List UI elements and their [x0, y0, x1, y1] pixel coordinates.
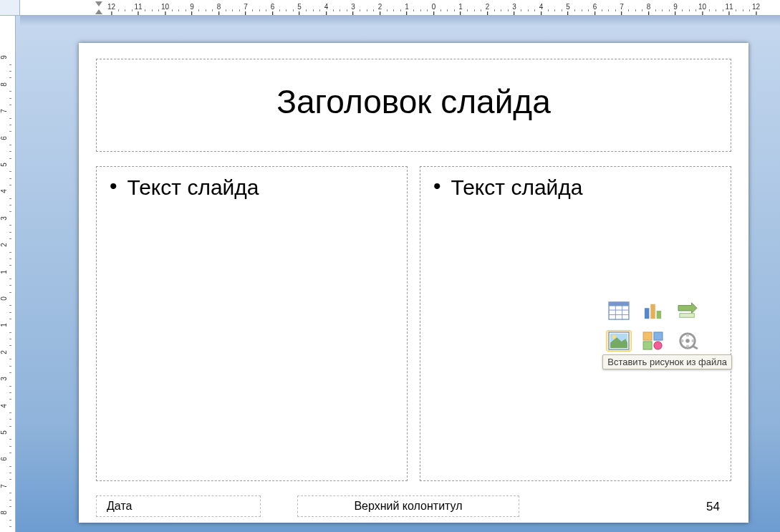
ruler-h-minor — [582, 9, 582, 11]
ruler-v-minor — [9, 339, 11, 339]
ruler-h-major: 6 — [593, 3, 597, 15]
ruler-h-major: 3 — [351, 3, 355, 15]
ruler-v-minor — [9, 526, 11, 527]
ruler-v-minor — [9, 366, 11, 367]
ruler-v-minor — [9, 265, 11, 266]
ruler-v-minor — [9, 98, 11, 99]
insert-chart-button[interactable] — [640, 300, 666, 321]
ruler-h-major: 5 — [297, 3, 302, 15]
horizontal-ruler[interactable]: 1211109876543210123456789101112 — [20, 0, 780, 16]
ruler-v-minor — [9, 312, 11, 313]
ruler-h-minor — [212, 9, 213, 11]
ruler-v-major: 3 — [2, 375, 6, 383]
tooltip-text: Вставить рисунок из файла — [607, 357, 727, 367]
ruler-h-minor — [266, 9, 266, 11]
bullet-item[interactable]: • Текст слайда — [97, 167, 407, 208]
title-placeholder[interactable]: Заголовок слайда — [96, 59, 731, 152]
picture-icon — [608, 332, 630, 350]
footer-date-placeholder[interactable]: Дата — [96, 495, 261, 517]
content-placeholder-right[interactable]: • Текст слайда — [420, 166, 731, 481]
table-icon — [608, 301, 630, 320]
ruler-v-minor — [9, 118, 11, 119]
ruler-h-minor — [340, 9, 340, 11]
ruler-h-minor — [252, 9, 253, 11]
ruler-v-minor — [9, 279, 11, 279]
ruler-h-minor — [642, 9, 642, 11]
indent-marker-top-icon[interactable] — [95, 1, 102, 6]
ruler-v-minor — [9, 158, 11, 159]
ruler-h-minor — [662, 9, 663, 11]
svg-rect-15 — [643, 332, 652, 340]
ruler-h-minor — [689, 9, 690, 11]
bullet-text[interactable]: Текст слайда — [127, 175, 259, 200]
ruler-h-major: 12 — [752, 3, 760, 15]
ruler-h-minor — [232, 9, 233, 11]
ruler-h-minor — [400, 9, 401, 11]
ruler-v-minor — [9, 131, 11, 132]
indent-marker-bottom-icon[interactable] — [95, 9, 102, 14]
bullet-text[interactable]: Текст слайда — [451, 175, 583, 200]
ruler-v-minor — [9, 77, 11, 78]
insert-media-button[interactable] — [675, 330, 700, 352]
ruler-h-minor — [158, 9, 159, 11]
insert-picture-tooltip: Вставить рисунок из файла — [602, 354, 732, 369]
ruler-v-major: 5 — [2, 161, 6, 169]
ruler-h-major: 7 — [244, 3, 248, 15]
ruler-h-major: 12 — [107, 3, 115, 15]
content-placeholder-left[interactable]: • Текст слайда — [96, 166, 408, 481]
ruler-h-major: 9 — [673, 3, 678, 15]
ruler-v-major: 2 — [2, 348, 6, 356]
ruler-v-minor — [9, 205, 11, 205]
svg-rect-7 — [650, 304, 655, 319]
svg-rect-16 — [654, 332, 663, 340]
ruler-v-major: 4 — [2, 402, 6, 410]
ruler-h-minor — [608, 9, 609, 11]
ruler-h-major: 0 — [432, 3, 436, 15]
ruler-h-major: 11 — [134, 3, 142, 15]
ruler-v-minor — [9, 453, 11, 453]
ruler-v-minor — [9, 446, 11, 447]
svg-point-23 — [686, 344, 689, 347]
ruler-h-minor — [226, 9, 226, 11]
slide-canvas[interactable]: Заголовок слайда • Текст слайда • Текст … — [79, 43, 748, 523]
ruler-v-minor — [9, 392, 11, 393]
ruler-h-minor — [286, 9, 287, 11]
ruler-h-minor — [467, 9, 468, 11]
ruler-h-minor — [132, 9, 133, 11]
ruler-h-minor — [118, 9, 119, 11]
ruler-h-major: 2 — [378, 3, 382, 15]
ruler-h-major: 4 — [539, 3, 544, 15]
ruler-v-major: 3 — [2, 214, 6, 222]
ruler-h-minor — [574, 9, 575, 11]
title-text[interactable]: Заголовок слайда — [97, 59, 731, 121]
ruler-h-minor — [393, 9, 394, 11]
ruler-v-minor — [9, 345, 11, 346]
ruler-h-minor — [440, 9, 441, 11]
ruler-h-minor — [279, 9, 280, 11]
insert-smartart-button[interactable] — [675, 300, 700, 321]
ruler-v-major: 6 — [2, 134, 6, 142]
vertical-ruler[interactable]: 9876543210123456789 — [0, 16, 16, 532]
ruler-v-minor — [9, 145, 11, 145]
ruler-h-minor — [152, 9, 153, 11]
footer-center-placeholder[interactable]: Верхний колонтитул — [297, 495, 519, 517]
insert-picture-button[interactable] — [606, 330, 632, 352]
ruler-h-minor — [695, 9, 696, 11]
chart-icon — [642, 301, 664, 320]
insert-clipart-button[interactable] — [640, 330, 666, 352]
footer-center-text[interactable]: Верхний колонтитул — [354, 500, 462, 513]
ruler-h-minor — [682, 9, 683, 11]
ruler-v-major: 5 — [2, 429, 6, 437]
ruler-h-minor — [602, 9, 602, 11]
bullet-item[interactable]: • Текст слайда — [420, 167, 731, 208]
content-insert-grid — [606, 300, 700, 354]
footer-date-text[interactable]: Дата — [107, 500, 132, 513]
ruler-v-minor — [9, 466, 11, 467]
svg-rect-1 — [609, 302, 629, 306]
insert-table-button[interactable] — [606, 300, 632, 321]
ruler-h-minor — [723, 9, 723, 11]
ruler-h-major: 8 — [647, 3, 651, 15]
ruler-h-minor — [615, 9, 616, 11]
ruler-v-major: 2 — [2, 241, 6, 249]
svg-rect-6 — [645, 308, 650, 319]
